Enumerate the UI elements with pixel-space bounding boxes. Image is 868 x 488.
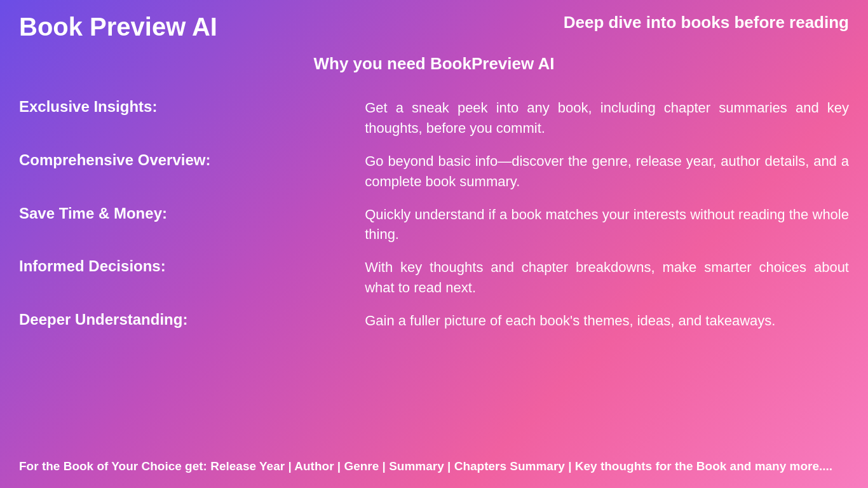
- feature-row-3: Save Time & Money: Quickly understand if…: [19, 198, 849, 252]
- subtitle: Why you need BookPreview AI: [19, 54, 849, 74]
- tagline: Deep dive into books before reading: [564, 13, 849, 32]
- feature-row-5: Deeper Understanding: Gain a fuller pict…: [19, 304, 849, 337]
- feature-label-4: Informed Decisions:: [19, 257, 365, 275]
- header: Book Preview AI Deep dive into books bef…: [19, 13, 849, 41]
- feature-label-3: Save Time & Money:: [19, 205, 365, 222]
- feature-desc-1: Get a sneak peek into any book, includin…: [365, 98, 849, 139]
- footer-text: For the Book of Your Choice get: Release…: [19, 459, 832, 473]
- feature-label-5: Deeper Understanding:: [19, 311, 365, 329]
- footer: For the Book of Your Choice get: Release…: [19, 452, 849, 476]
- page-container: Book Preview AI Deep dive into books bef…: [0, 0, 868, 488]
- app-title: Book Preview AI: [19, 13, 217, 41]
- feature-row-2: Comprehensive Overview: Go beyond basic …: [19, 145, 849, 198]
- feature-row-4: Informed Decisions: With key thoughts an…: [19, 251, 849, 304]
- features-list: Exclusive Insights: Get a sneak peek int…: [19, 92, 849, 446]
- feature-desc-3: Quickly understand if a book matches you…: [365, 205, 849, 245]
- feature-desc-5: Gain a fuller picture of each book's the…: [365, 311, 849, 331]
- feature-desc-4: With key thoughts and chapter breakdowns…: [365, 257, 849, 298]
- feature-label-1: Exclusive Insights:: [19, 98, 365, 116]
- feature-label-2: Comprehensive Overview:: [19, 151, 365, 169]
- feature-row-1: Exclusive Insights: Get a sneak peek int…: [19, 92, 849, 145]
- feature-desc-2: Go beyond basic info—discover the genre,…: [365, 151, 849, 192]
